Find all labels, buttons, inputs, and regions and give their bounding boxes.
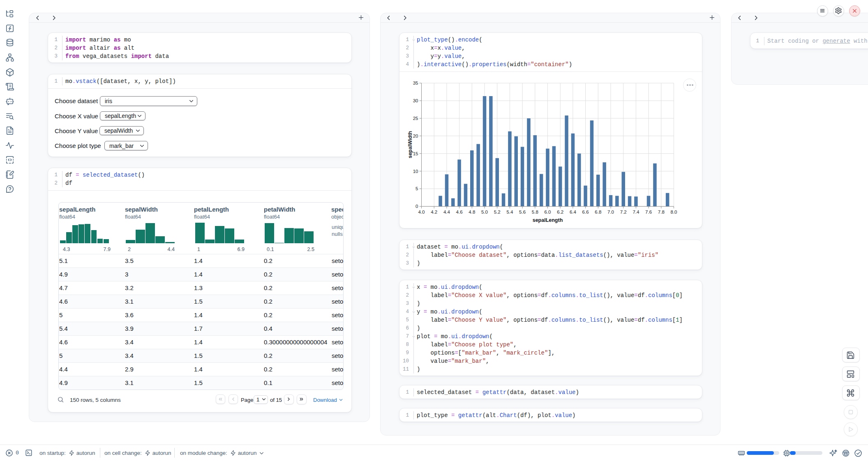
svg-text:5.4: 5.4: [506, 210, 513, 214]
svg-text:5.8: 5.8: [532, 210, 538, 214]
svg-text:4.4: 4.4: [443, 210, 450, 214]
svg-text:7.6: 7.6: [645, 210, 652, 214]
svg-text:35: 35: [413, 81, 418, 85]
svg-text:25: 25: [413, 116, 418, 121]
svg-text:sepalLength: sepalLength: [533, 217, 563, 223]
svg-text:7.8: 7.8: [658, 210, 665, 214]
svg-text:4.2: 4.2: [431, 210, 437, 214]
svg-text:5.2: 5.2: [494, 210, 501, 214]
svg-text:6.2: 6.2: [557, 210, 563, 214]
svg-text:10: 10: [413, 169, 418, 174]
svg-text:6.4: 6.4: [570, 210, 577, 214]
svg-text:5.6: 5.6: [519, 210, 526, 214]
svg-text:6.8: 6.8: [595, 210, 601, 214]
svg-text:5.0: 5.0: [481, 210, 488, 214]
svg-text:30: 30: [413, 98, 418, 103]
svg-text:7.2: 7.2: [620, 210, 627, 214]
svg-text:4.0: 4.0: [418, 210, 425, 214]
svg-text:0: 0: [416, 204, 418, 209]
svg-text:5: 5: [416, 186, 418, 191]
svg-text:6.0: 6.0: [545, 210, 551, 214]
svg-text:8.0: 8.0: [671, 210, 677, 214]
svg-text:7.4: 7.4: [633, 210, 639, 214]
svg-text:4.8: 4.8: [469, 210, 475, 214]
svg-text:4.6: 4.6: [456, 210, 463, 214]
svg-text:7.0: 7.0: [607, 210, 614, 214]
svg-text:6.6: 6.6: [582, 210, 589, 214]
